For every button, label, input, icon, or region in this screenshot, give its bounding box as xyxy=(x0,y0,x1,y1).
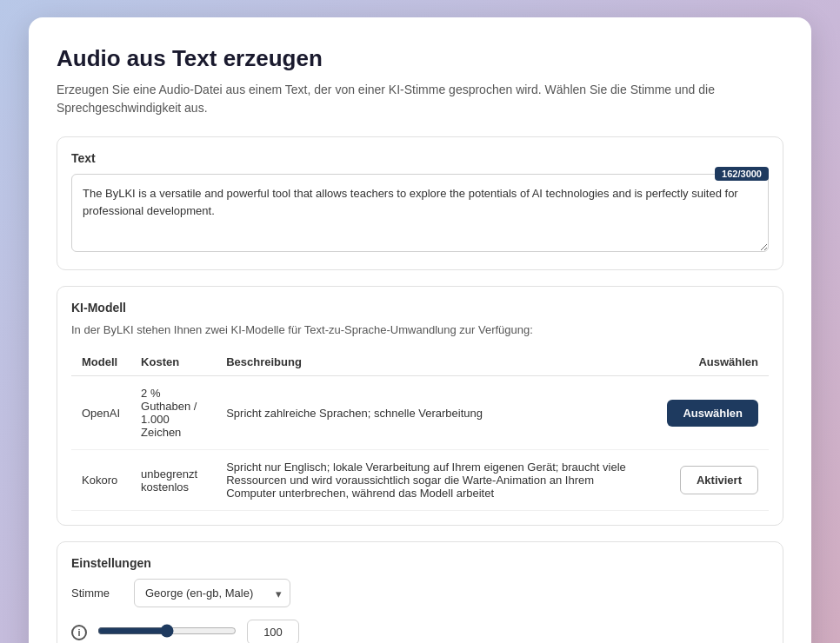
text-section: Text 162/3000 The ByLKI is a versatile a… xyxy=(57,136,783,270)
speed-slider[interactable] xyxy=(97,624,237,638)
col-select: Auswählen xyxy=(657,348,769,376)
col-model: Modell xyxy=(71,348,130,376)
model-table: Modell Kosten Beschreibung Auswählen Ope… xyxy=(71,348,769,511)
model-desc-openai: Spricht zahlreiche Sprachen; schnelle Ve… xyxy=(216,376,657,450)
main-card: Audio aus Text erzeugen Erzeugen Sie ein… xyxy=(29,17,811,643)
voice-select-wrapper: George (en-gb, Male) Alloy Echo Fable On… xyxy=(134,579,290,607)
voice-label: Stimme xyxy=(71,587,123,600)
model-section-label: KI-Modell xyxy=(71,301,769,315)
model-action-openai: Auswählen xyxy=(657,376,769,450)
model-desc-kokoro: Spricht nur Englisch; lokale Verarbeitun… xyxy=(216,450,657,511)
model-cost-openai: 2 % Guthaben / 1.000 Zeichen xyxy=(130,376,216,450)
model-action-kokoro: Aktiviert xyxy=(657,450,769,511)
table-row: Kokoro unbegrenzt kostenlos Spricht nur … xyxy=(71,450,769,511)
model-section: KI-Modell In der ByLKI stehen Ihnen zwei… xyxy=(57,286,783,526)
col-description: Beschreibung xyxy=(216,348,657,376)
model-name-openai: OpenAI xyxy=(71,376,130,450)
page-subtitle: Erzeugen Sie eine Audio-Datei aus einem … xyxy=(57,81,783,117)
settings-section-label: Einstellungen xyxy=(71,556,769,570)
page-title: Audio aus Text erzeugen xyxy=(57,45,783,72)
settings-section: Einstellungen Stimme George (en-gb, Male… xyxy=(57,541,783,643)
voice-row: Stimme George (en-gb, Male) Alloy Echo F… xyxy=(71,579,769,607)
activate-kokoro-button[interactable]: Aktiviert xyxy=(680,466,758,494)
info-icon: i xyxy=(71,625,87,640)
table-row: OpenAI 2 % Guthaben / 1.000 Zeichen Spri… xyxy=(71,376,769,450)
text-input[interactable]: The ByLKI is a versatile and powerful to… xyxy=(71,174,769,252)
model-cost-kokoro: unbegrenzt kostenlos xyxy=(130,450,216,511)
col-cost: Kosten xyxy=(130,348,216,376)
speed-input[interactable] xyxy=(247,620,299,643)
select-openai-button[interactable]: Auswählen xyxy=(667,400,758,427)
text-section-label: Text xyxy=(71,151,769,165)
text-area-wrapper: 162/3000 The ByLKI is a versatile and po… xyxy=(71,174,769,255)
voice-select[interactable]: George (en-gb, Male) Alloy Echo Fable On… xyxy=(134,579,290,607)
speed-row: i xyxy=(71,620,769,643)
speed-slider-wrapper xyxy=(97,624,237,641)
model-description: In der ByLKI stehen Ihnen zwei KI-Modell… xyxy=(71,323,769,336)
model-name-kokoro: Kokoro xyxy=(71,450,130,511)
char-count: 162/3000 xyxy=(715,167,769,181)
